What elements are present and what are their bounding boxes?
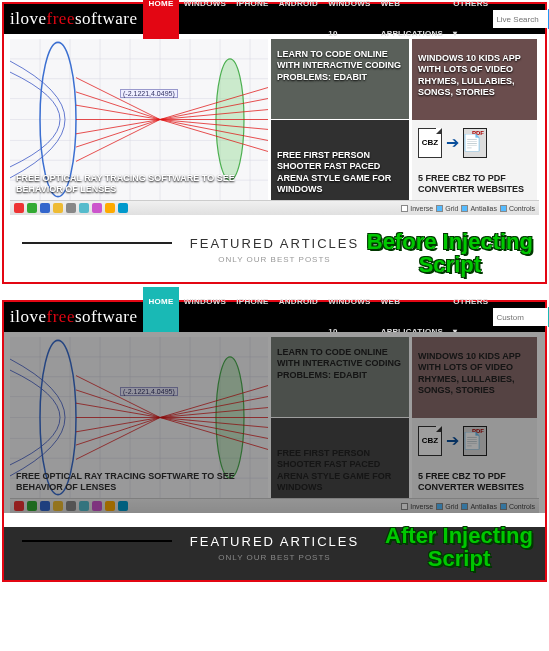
cbz-doc-icon: CBZ <box>418 426 442 456</box>
tool-icon[interactable] <box>53 203 63 213</box>
panel-before: ilovefreesoftware HOME WINDOWS IPHONE AN… <box>2 2 547 284</box>
arrow-icon: ➔ <box>446 431 459 450</box>
tile-ray-tracing[interactable]: (-2.1221,4.0495) FREE OPTICAL RAY TRACIN… <box>10 337 268 498</box>
tile-stack-mid: LEARN TO CODE ONLINE WITH INTERACTIVE CO… <box>271 39 409 200</box>
tool-icon[interactable] <box>40 203 50 213</box>
tile-cbz-pdf[interactable]: CBZ ➔ PDF📄 5 FREE CBZ TO PDF CONVERTER W… <box>412 418 537 499</box>
svg-line-27 <box>160 99 268 120</box>
tool-icon[interactable] <box>14 501 24 511</box>
tool-icon[interactable] <box>92 203 102 213</box>
tile-kids-app[interactable]: WINDOWS 10 KIDS APP WITH LOTS OF VIDEO R… <box>412 39 537 120</box>
tool-icon[interactable] <box>118 203 128 213</box>
tile-stack-right: WINDOWS 10 KIDS APP WITH LOTS OF VIDEO R… <box>412 39 537 200</box>
tile-cbz-caption: 5 FREE CBZ TO PDF CONVERTER WEBSITES <box>418 471 531 494</box>
tool-icon[interactable] <box>14 203 24 213</box>
tile-edabit[interactable]: LEARN TO CODE ONLINE WITH INTERACTIVE CO… <box>271 39 409 119</box>
search-input[interactable] <box>493 308 548 326</box>
top-nav: ilovefreesoftware HOME WINDOWS IPHONE AN… <box>4 302 545 332</box>
toggle-grid[interactable]: Grid <box>436 503 458 510</box>
tool-icon[interactable] <box>40 501 50 511</box>
tile-edabit-caption: LEARN TO CODE ONLINE WITH INTERACTIVE CO… <box>277 347 403 381</box>
tile-ray-tracing[interactable]: (-2.1221,4.0495) FREE OPTICAL RAY TRACIN… <box>10 39 268 200</box>
site-logo[interactable]: ilovefreesoftware <box>10 9 137 29</box>
tool-icon[interactable] <box>27 203 37 213</box>
tool-icon[interactable] <box>79 501 89 511</box>
toggle-grid[interactable]: Grid <box>436 205 458 212</box>
featured-title: FEATURED ARTICLES <box>190 534 359 549</box>
annotation-before: Before Injecting Script <box>367 230 533 276</box>
tile-big-caption: FREE OPTICAL RAY TRACING SOFTWARE TO SEE… <box>16 471 262 494</box>
panel-after: ilovefreesoftware HOME WINDOWS IPHONE AN… <box>2 300 547 582</box>
tile-stack-mid: LEARN TO CODE ONLINE WITH INTERACTIVE CO… <box>271 337 409 498</box>
tile-edabit-caption: LEARN TO CODE ONLINE WITH INTERACTIVE CO… <box>277 49 403 83</box>
hero-wrapper: (-2.1221,4.0495) FREE OPTICAL RAY TRACIN… <box>4 332 545 513</box>
toggle-inverse[interactable]: Inverse <box>401 205 433 212</box>
tool-icon[interactable] <box>105 203 115 213</box>
tile-kids-caption: WINDOWS 10 KIDS APP WITH LOTS OF VIDEO R… <box>418 351 531 396</box>
app-toolbar: Inverse Grid Antialias Controls <box>10 200 539 215</box>
tile-kids-app[interactable]: WINDOWS 10 KIDS APP WITH LOTS OF VIDEO R… <box>412 337 537 418</box>
coord-readout: (-2.1221,4.0495) <box>120 387 178 396</box>
tile-fps-caption: FREE FIRST PERSON SHOOTER FAST PACED ARE… <box>277 448 403 493</box>
tool-icon[interactable] <box>27 501 37 511</box>
search-wrap <box>493 9 549 29</box>
tool-icon[interactable] <box>105 501 115 511</box>
pdf-doc-icon: PDF📄 <box>463 426 487 456</box>
tool-icon[interactable] <box>53 501 63 511</box>
toggle-inverse[interactable]: Inverse <box>401 503 433 510</box>
tile-fps-game[interactable]: FREE FIRST PERSON SHOOTER FAST PACED ARE… <box>271 418 409 498</box>
tile-cbz-pdf[interactable]: CBZ ➔ PDF📄 5 FREE CBZ TO PDF CONVERTER W… <box>412 120 537 201</box>
tile-edabit[interactable]: LEARN TO CODE ONLINE WITH INTERACTIVE CO… <box>271 337 409 417</box>
svg-line-31 <box>160 120 268 141</box>
toggle-antialias[interactable]: Antialias <box>461 205 496 212</box>
tool-icon[interactable] <box>118 501 128 511</box>
search-wrap <box>493 307 549 327</box>
toggle-controls[interactable]: Controls <box>500 205 535 212</box>
toggle-controls[interactable]: Controls <box>500 503 535 510</box>
site-logo[interactable]: ilovefreesoftware <box>10 307 137 327</box>
tile-fps-game[interactable]: FREE FIRST PERSON SHOOTER FAST PACED ARE… <box>271 120 409 200</box>
svg-line-24 <box>76 120 160 148</box>
svg-line-54 <box>76 403 160 417</box>
tool-icon[interactable] <box>79 203 89 213</box>
svg-line-23 <box>76 120 160 134</box>
svg-line-64 <box>160 418 268 439</box>
tool-icon[interactable] <box>66 501 76 511</box>
app-toolbar: Inverse Grid Antialias Controls <box>10 498 539 513</box>
arrow-icon: ➔ <box>446 133 459 152</box>
tool-icon[interactable] <box>66 203 76 213</box>
featured-title: FEATURED ARTICLES <box>190 236 359 251</box>
hero-row: (-2.1221,4.0495) FREE OPTICAL RAY TRACIN… <box>4 332 545 498</box>
top-nav: ilovefreesoftware HOME WINDOWS IPHONE AN… <box>4 4 545 34</box>
tile-fps-caption: FREE FIRST PERSON SHOOTER FAST PACED ARE… <box>277 150 403 195</box>
search-input[interactable] <box>493 10 548 28</box>
cbz-doc-icon: CBZ <box>418 128 442 158</box>
tile-cbz-caption: 5 FREE CBZ TO PDF CONVERTER WEBSITES <box>418 173 531 196</box>
toggle-antialias[interactable]: Antialias <box>461 503 496 510</box>
svg-line-21 <box>76 105 160 119</box>
svg-line-56 <box>76 418 160 432</box>
hero-row: (-2.1221,4.0495) FREE OPTICAL RAY TRACIN… <box>4 34 545 200</box>
tile-kids-caption: WINDOWS 10 KIDS APP WITH LOTS OF VIDEO R… <box>418 53 531 98</box>
tile-big-caption: FREE OPTICAL RAY TRACING SOFTWARE TO SEE… <box>16 173 262 196</box>
tool-icon[interactable] <box>92 501 102 511</box>
pdf-doc-icon: PDF📄 <box>463 128 487 158</box>
coord-readout: (-2.1221,4.0495) <box>120 89 178 98</box>
svg-line-57 <box>76 418 160 446</box>
annotation-after: After Injecting Script <box>385 524 533 570</box>
svg-line-60 <box>160 397 268 418</box>
tile-stack-right: WINDOWS 10 KIDS APP WITH LOTS OF VIDEO R… <box>412 337 537 498</box>
